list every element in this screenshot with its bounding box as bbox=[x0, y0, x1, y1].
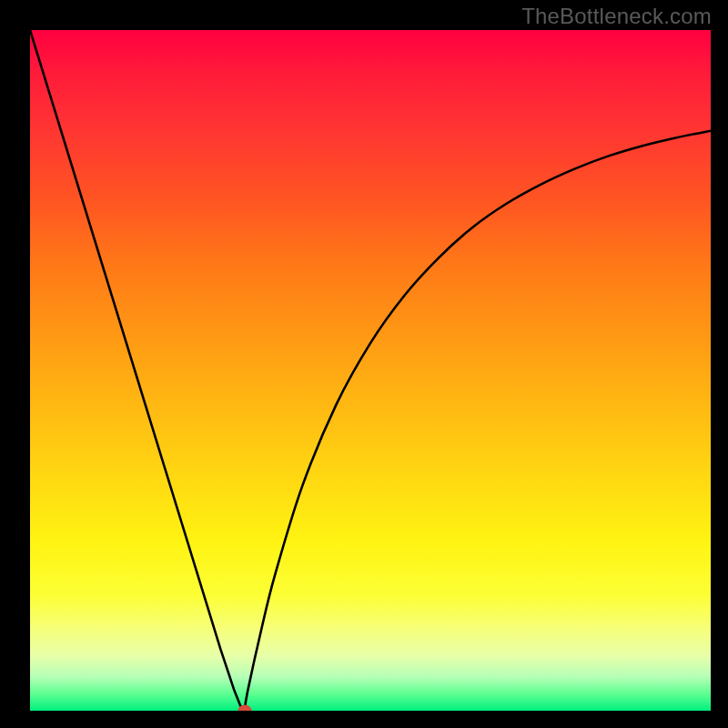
watermark-text: TheBottleneck.com bbox=[521, 4, 712, 29]
minimum-marker-dot bbox=[238, 705, 251, 712]
curve-right-branch bbox=[245, 131, 711, 711]
curve-left-branch bbox=[30, 30, 245, 711]
chart-frame: TheBottleneck.com bbox=[0, 0, 728, 728]
curve-layer bbox=[30, 30, 711, 711]
plot-area bbox=[30, 30, 711, 711]
